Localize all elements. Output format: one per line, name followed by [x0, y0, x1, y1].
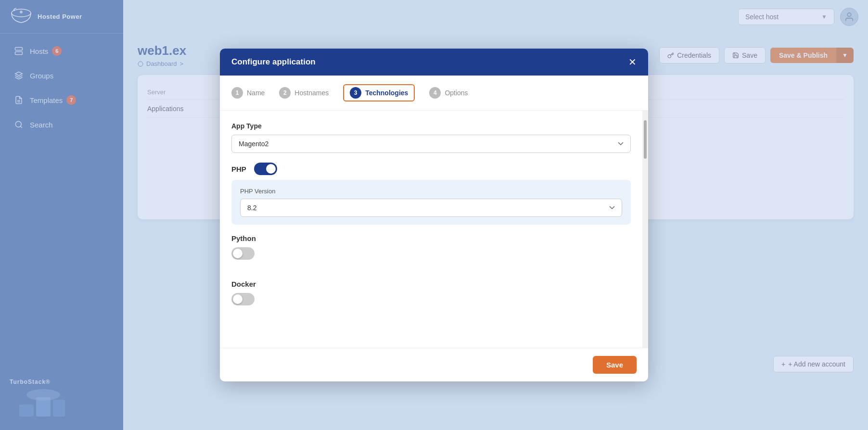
docker-toggle-thumb — [233, 294, 243, 304]
app-type-label: App Type — [231, 122, 631, 130]
php-toggle[interactable] — [254, 163, 277, 175]
scrollbar-track[interactable] — [642, 111, 648, 348]
python-toggle-thumb — [233, 249, 243, 258]
step-hostnames[interactable]: 2 Hostnames — [279, 87, 329, 99]
configure-application-modal: Configure application ✕ 1 Name 2 Hostnam… — [220, 49, 648, 381]
scrollbar-thumb — [644, 120, 647, 159]
modal-title: Configure application — [231, 57, 316, 67]
modal-steps: 1 Name 2 Hostnames 3 Technologies 4 Opti… — [220, 76, 648, 111]
python-label: Python — [231, 234, 256, 242]
app-type-select[interactable]: Magento2 WordPress Drupal Laravel Symfon… — [231, 135, 631, 153]
step-1-badge: 1 — [231, 87, 243, 99]
app-type-section: App Type Magento2 WordPress Drupal Larav… — [231, 122, 631, 153]
modal-close-button[interactable]: ✕ — [628, 57, 637, 67]
php-version-select[interactable]: 7.4 8.0 8.1 8.2 8.3 — [240, 199, 622, 217]
modal-header: Configure application ✕ — [220, 49, 648, 76]
modal-save-button[interactable]: Save — [593, 356, 637, 374]
python-toggle[interactable] — [231, 247, 255, 260]
modal-footer: Save — [220, 348, 648, 381]
step-2-label: Hostnames — [294, 89, 329, 97]
php-toggle-thumb — [266, 164, 276, 174]
docker-label: Docker — [231, 280, 256, 288]
step-2-badge: 2 — [279, 87, 291, 99]
php-version-label: PHP Version — [240, 188, 622, 195]
docker-section: Docker — [231, 280, 631, 307]
step-1-label: Name — [247, 89, 265, 97]
step-3-badge: 3 — [350, 87, 361, 99]
step-name[interactable]: 1 Name — [231, 87, 265, 99]
docker-toggle[interactable] — [231, 293, 255, 305]
python-toggle-row: Python — [231, 234, 631, 242]
step-options[interactable]: 4 Options — [429, 87, 468, 99]
close-icon: ✕ — [628, 57, 637, 67]
php-version-section: PHP Version 7.4 8.0 8.1 8.2 8.3 — [231, 180, 631, 225]
step-technologies[interactable]: 3 Technologies — [343, 84, 415, 101]
modal-body: App Type Magento2 WordPress Drupal Larav… — [220, 111, 642, 348]
php-toggle-row: PHP — [231, 163, 631, 175]
docker-toggle-row: Docker — [231, 280, 631, 288]
step-3-label: Technologies — [365, 89, 408, 97]
modal-save-label: Save — [606, 361, 623, 369]
step-4-label: Options — [445, 89, 468, 97]
php-label: PHP — [231, 165, 246, 173]
step-4-badge: 4 — [429, 87, 441, 99]
bottom-spacer — [231, 307, 631, 336]
